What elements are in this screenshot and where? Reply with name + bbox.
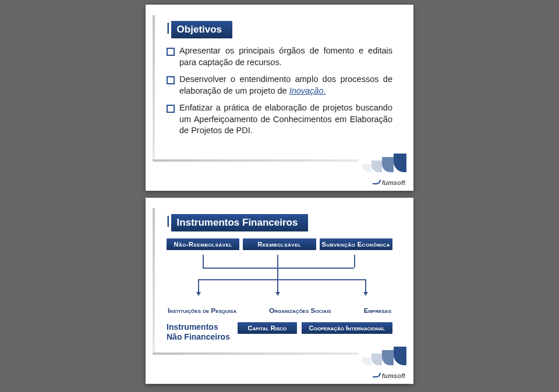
logo-swoosh-icon xyxy=(373,179,380,186)
slide-objetivos: |Objetivos Apresentar os principais órgã… xyxy=(146,5,413,191)
org-instituicoes: Instituições de Pesquisa xyxy=(168,307,236,314)
org-empresas: Empresas xyxy=(364,307,391,314)
logo-swoosh-icon xyxy=(373,372,380,379)
category-nao-reembolsavel: Não-Reembolsável xyxy=(167,238,239,250)
slide-instrumentos: |Instrumentos Financeiros Não-Reembolsáv… xyxy=(146,198,413,384)
decoration-border-bottom xyxy=(153,352,358,355)
bullet-text: Apresentar os principais órgãos de fomen… xyxy=(179,46,392,67)
org-organizacoes: Organizações Sociais xyxy=(269,307,331,314)
decoration-border-left xyxy=(153,208,155,355)
footer-title-line1: Instrumentos xyxy=(167,322,233,332)
footer-title: Instrumentos Não Financeiros xyxy=(167,322,233,342)
bullet-item: Enfatizar a prática de elaboração de pro… xyxy=(167,102,392,137)
innovation-emphasis: Inovação. xyxy=(289,86,326,95)
category-row: Não-Reembolsável Reembolsável Subvenção … xyxy=(167,238,392,250)
logo-text: fumsoft xyxy=(382,179,405,186)
logo: fumsoft xyxy=(373,372,405,379)
footer-row: Instrumentos Não Financeiros Capital Ris… xyxy=(167,322,392,342)
bullet-text: Desenvolver o entendimento amplo dos pro… xyxy=(179,74,392,95)
bullet-item: Desenvolver o entendimento amplo dos pro… xyxy=(167,74,392,97)
org-row: Instituições de Pesquisa Organizações So… xyxy=(167,307,392,314)
corner-decoration xyxy=(355,154,406,172)
slide-title: Objetivos xyxy=(171,21,232,38)
title-pipe: | xyxy=(167,214,170,227)
bullet-item: Apresentar os principais órgãos de fomen… xyxy=(167,45,392,68)
corner-decoration xyxy=(355,347,406,365)
title-pipe: | xyxy=(167,21,170,34)
bullet-text: Enfatizar a prática de elaboração de pro… xyxy=(179,103,392,135)
footer-box-cooperacao: Cooperação Internacional xyxy=(302,322,392,334)
logo-text: fumsoft xyxy=(382,372,405,379)
footer-box-capital-risco: Capital Risco xyxy=(238,322,297,334)
decoration-border-bottom xyxy=(153,159,358,162)
footer-title-line2: Não Financeiros xyxy=(167,332,233,342)
title-block: |Instrumentos Financeiros xyxy=(167,214,392,231)
title-block: |Objetivos xyxy=(167,21,392,38)
category-reembolsavel: Reembolsável xyxy=(243,238,316,250)
bullet-list: Apresentar os principais órgãos de fomen… xyxy=(167,45,392,137)
category-subvencao: Subvenção Econômica xyxy=(320,238,392,250)
slide-title: Instrumentos Financeiros xyxy=(171,214,309,231)
flow-diagram xyxy=(167,255,392,301)
logo: fumsoft xyxy=(373,179,405,186)
decoration-border-left xyxy=(153,15,155,162)
